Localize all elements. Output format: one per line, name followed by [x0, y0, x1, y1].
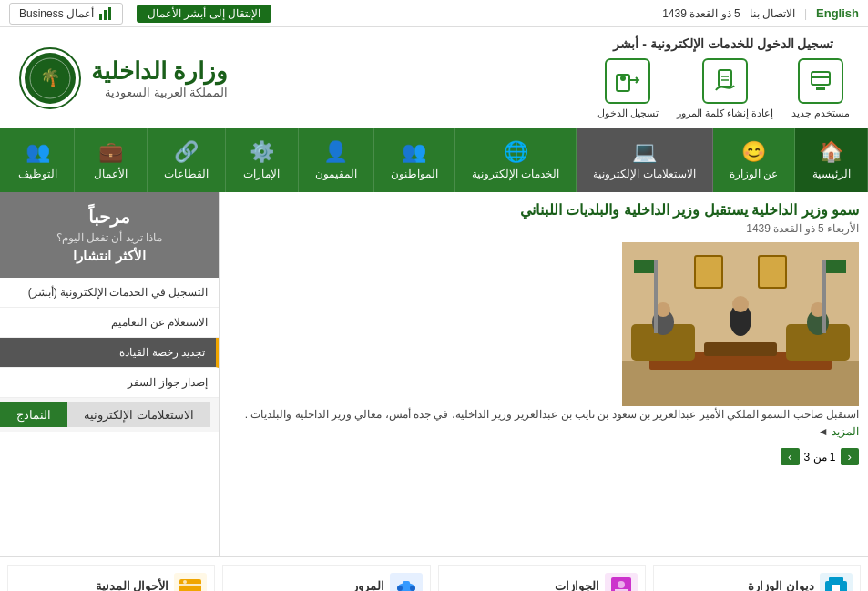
reset-password-icon [711, 67, 739, 95]
svg-rect-5 [816, 87, 825, 90]
nav-eservices[interactable]: 🌐 الخدمات الإلكترونية [455, 128, 577, 192]
top-bar-right: الإنتقال إلى أبشر الأعمال أعمال Business [9, 3, 271, 25]
welcome-sub: ماذا تريد أن تفعل اليوم؟ [14, 231, 205, 244]
news-body: استقبل صاحب السمو الملكي الأمير عبدالعزي… [229, 406, 859, 441]
traffic-card-title: المرور [352, 579, 384, 592]
nav-business[interactable]: 💼 الأعمال [75, 128, 148, 192]
tab-forms[interactable]: النماذج [0, 402, 67, 427]
nav-inquiries[interactable]: 💻 الاستعلامات الإلكترونية [577, 128, 712, 192]
news-section: سمو وزير الداخلية يستقبل وزير الداخلية و… [219, 192, 868, 556]
nav-citizens[interactable]: 👥 المواطنون [374, 128, 455, 192]
svg-point-46 [183, 580, 187, 584]
employment-icon: 👥 [26, 140, 50, 164]
login-label: تسجيل الدخول [597, 107, 659, 119]
svg-rect-6 [719, 70, 731, 87]
contact-link[interactable]: الاتصال بنا [750, 7, 795, 20]
login-item[interactable]: تسجيل الدخول [597, 58, 659, 119]
arrow-icon: ◄ [818, 425, 829, 438]
nav-emirates-label: الإمارات [243, 168, 280, 180]
svg-rect-29 [826, 260, 846, 273]
nav-home[interactable]: 🏠 الرئيسية [795, 128, 868, 192]
next-page-btn[interactable]: › [781, 448, 799, 465]
services-register: تسجيل الدخول للخدمات الإلكترونية - أبشر … [597, 36, 850, 119]
nav-sectors[interactable]: 🔗 القطاعات [148, 128, 226, 192]
logo-right: وزارة الداخلية المملكة العربية السعودية … [18, 46, 228, 110]
top-bar: English | الاتصال بنا 5 ذو القعدة 1439 ا… [0, 0, 868, 27]
welcome-box: مرحباً ماذا تريد أن تفعل اليوم؟ الأكثر ا… [0, 192, 219, 278]
ministry-emblem: 🌴 [18, 46, 82, 110]
logo-subtitle: المملكة العربية السعودية [91, 86, 228, 99]
svg-rect-35 [829, 577, 843, 583]
separator: | [804, 7, 807, 20]
login-icon [614, 67, 641, 95]
barchart-icon [98, 6, 113, 21]
popular-item-3[interactable]: إصدار جواز السفر [0, 368, 219, 398]
prev-page-btn[interactable]: ‹ [841, 448, 859, 465]
passports-card-title: الجوازات [555, 579, 599, 592]
pagination: ‹ 1 من 3 › [229, 448, 859, 465]
reset-password-label: إعادة إنشاء كلمة المرور [677, 107, 773, 119]
right-panel: مرحباً ماذا تريد أن تفعل اليوم؟ الأكثر ا… [0, 192, 219, 556]
reset-password-item[interactable]: إعادة إنشاء كلمة المرور [677, 58, 773, 119]
new-user-item[interactable]: مستخدم جديد [791, 58, 850, 119]
svg-rect-2 [108, 7, 111, 20]
svg-rect-33 [759, 256, 786, 288]
nav-employment[interactable]: 👥 التوظيف [2, 128, 75, 192]
news-date: الأربعاء 5 ذو القعدة 1439 [229, 222, 859, 235]
home-icon: 🏠 [819, 140, 843, 164]
welcome-title: مرحباً [14, 206, 205, 228]
eservices-icon: 🌐 [504, 140, 528, 164]
nav-residents[interactable]: 👤 المقيمون [299, 128, 374, 192]
nav-about-label: عن الوزارة [730, 168, 778, 180]
popular-item-1[interactable]: الاستعلام عن التعاميم [0, 308, 219, 338]
svg-point-41 [397, 586, 403, 591]
svg-point-42 [410, 586, 415, 591]
login-icon-box [605, 58, 650, 104]
tab-inquiries[interactable]: الاستعلامات الإلكترونية [67, 402, 210, 427]
popular-item-2[interactable]: تجديد رخصة القيادة [0, 338, 219, 368]
tabs-section: الاستعلامات الإلكترونية النماذج [0, 398, 219, 432]
nav-eservices-label: الخدمات الإلكترونية [472, 168, 559, 180]
svg-rect-1 [104, 10, 107, 20]
reset-password-icon-box [702, 58, 748, 104]
card-ministry[interactable]: ديوان الوزارة الاستعلام العام عن رصيد دف… [653, 565, 861, 591]
logo-area: تسجيل الدخول للخدمات الإلكترونية - أبشر … [0, 27, 868, 128]
nav-about[interactable]: 😊 عن الوزارة [713, 128, 795, 192]
card-ministry-header: ديوان الوزارة [661, 573, 853, 591]
ministry-card-title: ديوان الوزارة [748, 579, 814, 592]
nav-sectors-label: القطاعات [164, 168, 209, 180]
news-body-text: استقبل صاحب السمو الملكي الأمير عبدالعزي… [245, 408, 859, 421]
nav-business-label: الأعمال [94, 168, 128, 180]
card-traffic[interactable]: المرور الاستعلام عن المخالفات المرورية ت… [222, 565, 430, 591]
svg-text:🌴: 🌴 [40, 67, 61, 87]
svg-rect-43 [403, 581, 410, 588]
card-passports-header: الجوازات [446, 573, 638, 591]
svg-point-10 [620, 76, 626, 81]
inquiries-icon: 💻 [632, 140, 657, 164]
card-passports[interactable]: الجوازات الاستعلام العام عن البصمة تعارف… [438, 565, 646, 591]
nav-emirates[interactable]: ⚙️ الإمارات [226, 128, 299, 192]
main-content: سمو وزير الداخلية يستقبل وزير الداخلية و… [0, 192, 868, 556]
absher-business-btn[interactable]: الإنتقال إلى أبشر الأعمال [137, 5, 271, 23]
news-image-svg [622, 242, 859, 406]
svg-rect-30 [654, 260, 658, 333]
sectors-icon: 🔗 [174, 140, 199, 164]
nav-inquiries-label: الاستعلامات الإلكترونية [593, 168, 695, 180]
business-label: أعمال Business [19, 7, 94, 20]
popular-item-0[interactable]: التسجيل في الخدمات الإلكترونية (أبشر) [0, 278, 219, 308]
news-title: سمو وزير الداخلية يستقبل وزير الداخلية و… [229, 201, 859, 219]
residents-icon: 👤 [323, 140, 348, 164]
services-icons: مستخدم جديد إعادة إنشاء كلمة المرور [597, 58, 850, 119]
business-btn[interactable]: أعمال Business [9, 3, 123, 25]
svg-rect-21 [704, 342, 777, 356]
new-user-label: مستخدم جديد [791, 107, 850, 119]
svg-point-23 [656, 302, 670, 317]
welcome-popular: الأكثر انتشارا [14, 248, 205, 264]
ministry-card-icon [820, 573, 853, 591]
card-civil[interactable]: الأحوال المدنية حجز موعد تعارف العام عن … [7, 565, 215, 591]
new-user-icon [807, 67, 834, 95]
language-link[interactable]: English [816, 6, 859, 20]
news-more-link[interactable]: المزيد [832, 425, 859, 438]
page-info: 1 من 3 [804, 451, 836, 464]
passports-card-icon [605, 573, 638, 591]
